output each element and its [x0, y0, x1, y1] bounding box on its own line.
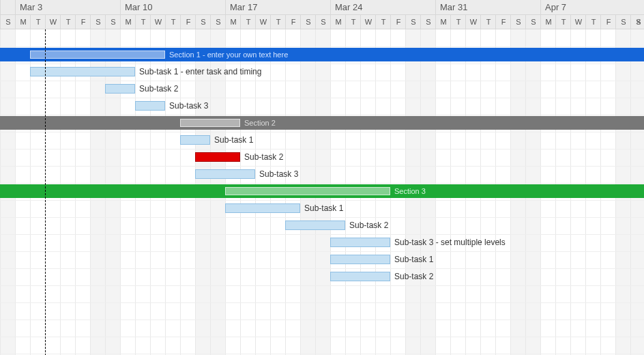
section-bar[interactable] — [225, 187, 390, 195]
task-bar[interactable] — [195, 169, 255, 179]
day-label: T — [450, 15, 466, 29]
day-label: S — [90, 15, 106, 29]
task-bar[interactable] — [330, 255, 390, 264]
day-label: T — [555, 15, 571, 29]
task-label: Sub-task 2 — [349, 221, 388, 230]
task-label: Sub-task 2 — [139, 84, 178, 94]
week-label: Mar 24 — [330, 0, 440, 14]
day-label: F — [600, 15, 616, 29]
today-line — [45, 29, 46, 355]
day-label: T — [30, 15, 46, 29]
task-label: Sub-task 2 — [244, 152, 283, 162]
day-label: M — [330, 15, 346, 29]
task-bar[interactable] — [285, 221, 345, 230]
week-label: Mar 17 — [225, 0, 335, 14]
day-label: W — [255, 15, 271, 29]
section-row[interactable]: Section 3 — [0, 184, 644, 198]
task-label: Sub-task 1 - enter task and timing — [139, 67, 261, 76]
day-label: T — [345, 15, 361, 29]
day-label: S — [420, 15, 436, 29]
gantt-chart: Mar 3Mar 10Mar 17Mar 24Mar 31Apr 7 SMTWT… — [0, 0, 644, 355]
day-label: T — [60, 15, 76, 29]
day-label: T — [135, 15, 151, 29]
close-icon[interactable]: × — [636, 16, 641, 27]
day-label: S — [300, 15, 316, 29]
timeline-header: Mar 3Mar 10Mar 17Mar 24Mar 31Apr 7 SMTWT… — [0, 0, 644, 29]
day-label: S — [0, 15, 16, 29]
day-label: S — [195, 15, 211, 29]
day-label: T — [480, 15, 496, 29]
task-label: Sub-task 3 — [169, 101, 208, 111]
day-label: W — [150, 15, 166, 29]
task-bar[interactable] — [225, 203, 300, 213]
gantt-body[interactable]: Section 1 - enter your own text hereSub-… — [0, 29, 644, 355]
week-label: Mar 10 — [120, 0, 230, 14]
day-label: T — [375, 15, 391, 29]
day-label: S — [525, 15, 541, 29]
section-label: Section 3 — [394, 184, 426, 198]
day-label: M — [15, 15, 31, 29]
week-label: Mar 31 — [435, 0, 545, 14]
task-bar[interactable] — [105, 84, 135, 94]
section-row[interactable]: Section 1 - enter your own text here — [0, 48, 644, 61]
day-label: S — [105, 15, 121, 29]
day-label: W — [465, 15, 481, 29]
task-label: Sub-task 2 — [394, 272, 433, 281]
day-label: S — [510, 15, 526, 29]
day-label: S — [315, 15, 331, 29]
week-label: Apr 7 — [540, 0, 644, 14]
task-bar[interactable] — [180, 135, 210, 145]
section-bar[interactable] — [180, 119, 240, 127]
day-label: F — [495, 15, 511, 29]
task-label: Sub-task 3 — [259, 169, 298, 179]
day-label: M — [225, 15, 241, 29]
task-bar[interactable] — [330, 272, 390, 281]
day-label: T — [585, 15, 601, 29]
task-bar[interactable] — [30, 67, 135, 76]
week-row: Mar 3Mar 10Mar 17Mar 24Mar 31Apr 7 — [0, 0, 644, 15]
day-label: F — [75, 15, 91, 29]
task-label: Sub-task 1 — [304, 203, 343, 213]
day-label: W — [360, 15, 376, 29]
task-label: Sub-task 1 — [214, 135, 253, 145]
section-label: Section 2 — [244, 116, 276, 130]
day-label: T — [165, 15, 181, 29]
day-label: W — [45, 15, 61, 29]
section-label: Section 1 - enter your own text here — [169, 48, 288, 61]
day-label: M — [540, 15, 556, 29]
task-bar[interactable] — [135, 101, 165, 111]
day-label: W — [570, 15, 586, 29]
day-label: F — [180, 15, 196, 29]
day-label: S — [615, 15, 631, 29]
day-label: M — [120, 15, 136, 29]
section-bar[interactable] — [30, 51, 165, 59]
day-label: T — [270, 15, 286, 29]
day-row: SMTWTFSSMTWTFSSMTWTFSSMTWTFSSMTWTFSSMTWT… — [0, 15, 644, 29]
day-label: F — [390, 15, 406, 29]
week-label: Mar 3 — [15, 0, 125, 14]
day-label: S — [405, 15, 421, 29]
task-label: Sub-task 1 — [394, 255, 433, 264]
section-row[interactable]: Section 2 — [0, 116, 644, 130]
day-label: T — [240, 15, 256, 29]
task-bar[interactable] — [195, 152, 240, 162]
day-label: S — [210, 15, 226, 29]
day-label: M — [435, 15, 451, 29]
day-label: F — [285, 15, 301, 29]
task-bar[interactable] — [330, 238, 390, 247]
task-label: Sub-task 3 - set multiple levels — [394, 238, 506, 247]
